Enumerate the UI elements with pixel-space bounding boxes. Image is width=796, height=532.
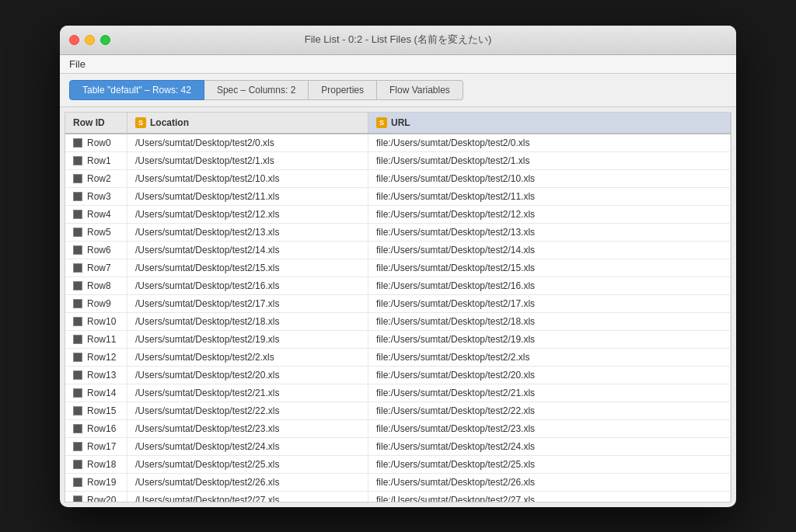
cell-row-id: Row0 xyxy=(65,134,127,151)
row-color-box xyxy=(73,370,82,380)
traffic-lights xyxy=(69,35,110,45)
cell-location: /Users/sumtat/Desktop/test2/11.xls xyxy=(127,188,368,205)
row-color-box xyxy=(73,388,82,398)
row-color-box xyxy=(73,335,82,344)
table-row[interactable]: Row11/Users/sumtat/Desktop/test2/19.xlsf… xyxy=(65,331,731,349)
table-row[interactable]: Row16/Users/sumtat/Desktop/test2/23.xlsf… xyxy=(65,420,731,438)
cell-url: file:/Users/sumtat/Desktop/test2/27.xls xyxy=(368,492,731,502)
table-row[interactable]: Row0/Users/sumtat/Desktop/test2/0.xlsfil… xyxy=(65,134,731,152)
table-row[interactable]: Row7/Users/sumtat/Desktop/test2/15.xlsfi… xyxy=(65,259,731,277)
row-color-box xyxy=(73,299,82,308)
row-color-box xyxy=(73,192,82,201)
cell-row-id: Row12 xyxy=(65,349,127,366)
row-color-box xyxy=(73,478,82,487)
table-row[interactable]: Row18/Users/sumtat/Desktop/test2/25.xlsf… xyxy=(65,456,731,474)
cell-location: /Users/sumtat/Desktop/test2/15.xls xyxy=(127,259,368,276)
tab-spec[interactable]: Spec – Columns: 2 xyxy=(204,80,309,100)
cell-row-id: Row15 xyxy=(65,402,127,419)
tab-flow-variables[interactable]: Flow Variables xyxy=(377,80,463,100)
tab-properties[interactable]: Properties xyxy=(309,80,377,100)
cell-row-id: Row18 xyxy=(65,456,127,473)
cell-location: /Users/sumtat/Desktop/test2/19.xls xyxy=(127,331,368,348)
cell-row-id: Row8 xyxy=(65,277,127,294)
row-color-box xyxy=(73,317,82,326)
row-color-box xyxy=(73,228,82,237)
row-color-box xyxy=(73,210,82,219)
cell-row-id: Row13 xyxy=(65,367,127,384)
cell-row-id: Row14 xyxy=(65,384,127,402)
table-row[interactable]: Row17/Users/sumtat/Desktop/test2/24.xlsf… xyxy=(65,438,731,456)
cell-row-id: Row17 xyxy=(65,438,127,455)
table-row[interactable]: Row19/Users/sumtat/Desktop/test2/26.xlsf… xyxy=(65,474,731,492)
row-color-box xyxy=(73,353,82,362)
table-row[interactable]: Row6/Users/sumtat/Desktop/test2/14.xlsfi… xyxy=(65,242,731,259)
row-color-box xyxy=(73,156,82,165)
file-menu[interactable]: File xyxy=(69,58,86,70)
cell-url: file:/Users/sumtat/Desktop/test2/15.xls xyxy=(368,259,731,276)
menu-bar: File xyxy=(60,55,736,74)
cell-url: file:/Users/sumtat/Desktop/test2/17.xls xyxy=(368,295,731,312)
cell-url: file:/Users/sumtat/Desktop/test2/14.xls xyxy=(368,242,731,259)
table-row[interactable]: Row8/Users/sumtat/Desktop/test2/16.xlsfi… xyxy=(65,277,731,295)
table-row[interactable]: Row12/Users/sumtat/Desktop/test2/2.xlsfi… xyxy=(65,349,731,367)
cell-location: /Users/sumtat/Desktop/test2/20.xls xyxy=(127,367,368,384)
row-color-box xyxy=(73,281,82,290)
cell-row-id: Row10 xyxy=(65,313,127,330)
cell-location: /Users/sumtat/Desktop/test2/0.xls xyxy=(127,134,368,151)
table-row[interactable]: Row9/Users/sumtat/Desktop/test2/17.xlsfi… xyxy=(65,295,731,313)
cell-row-id: Row1 xyxy=(65,152,127,169)
table-row[interactable]: Row10/Users/sumtat/Desktop/test2/18.xlsf… xyxy=(65,313,731,331)
row-color-box xyxy=(73,424,82,433)
cell-location: /Users/sumtat/Desktop/test2/13.xls xyxy=(127,224,368,241)
cell-location: /Users/sumtat/Desktop/test2/21.xls xyxy=(127,384,368,402)
cell-row-id: Row4 xyxy=(65,206,127,223)
cell-url: file:/Users/sumtat/Desktop/test2/10.xls xyxy=(368,170,731,187)
table-row[interactable]: Row1/Users/sumtat/Desktop/test2/1.xlsfil… xyxy=(65,152,731,170)
row-color-box xyxy=(73,442,82,451)
cell-url: file:/Users/sumtat/Desktop/test2/23.xls xyxy=(368,420,731,437)
row-color-box xyxy=(73,174,82,183)
tab-table[interactable]: Table "default" – Rows: 42 xyxy=(69,80,204,100)
cell-url: file:/Users/sumtat/Desktop/test2/1.xls xyxy=(368,152,731,169)
cell-url: file:/Users/sumtat/Desktop/test2/21.xls xyxy=(368,384,731,402)
cell-url: file:/Users/sumtat/Desktop/test2/25.xls xyxy=(368,456,731,473)
row-color-box xyxy=(73,495,82,502)
table-row[interactable]: Row4/Users/sumtat/Desktop/test2/12.xlsfi… xyxy=(65,206,731,224)
cell-url: file:/Users/sumtat/Desktop/test2/0.xls xyxy=(368,134,731,151)
cell-url: file:/Users/sumtat/Desktop/test2/22.xls xyxy=(368,402,731,419)
table-row[interactable]: Row20/Users/sumtat/Desktop/test2/27.xlsf… xyxy=(65,492,731,502)
data-table: Row ID S Location S URL Row0/Users/sumta… xyxy=(65,112,731,502)
maximize-button[interactable] xyxy=(100,35,110,45)
cell-row-id: Row2 xyxy=(65,170,127,187)
window-title: File List - 0:2 - List Files (名前を変えたい) xyxy=(305,33,492,47)
cell-location: /Users/sumtat/Desktop/test2/1.xls xyxy=(127,152,368,169)
cell-location: /Users/sumtat/Desktop/test2/27.xls xyxy=(127,492,368,502)
url-type-icon: S xyxy=(376,117,387,128)
row-color-box xyxy=(73,406,82,416)
cell-location: /Users/sumtat/Desktop/test2/12.xls xyxy=(127,206,368,223)
table-row[interactable]: Row2/Users/sumtat/Desktop/test2/10.xlsfi… xyxy=(65,170,731,188)
table-row[interactable]: Row14/Users/sumtat/Desktop/test2/21.xlsf… xyxy=(65,384,731,402)
cell-url: file:/Users/sumtat/Desktop/test2/16.xls xyxy=(368,277,731,294)
cell-location: /Users/sumtat/Desktop/test2/16.xls xyxy=(127,277,368,294)
cell-location: /Users/sumtat/Desktop/test2/25.xls xyxy=(127,456,368,473)
table-row[interactable]: Row5/Users/sumtat/Desktop/test2/13.xlsfi… xyxy=(65,224,731,242)
table-row[interactable]: Row3/Users/sumtat/Desktop/test2/11.xlsfi… xyxy=(65,188,731,206)
cell-location: /Users/sumtat/Desktop/test2/10.xls xyxy=(127,170,368,187)
row-color-box xyxy=(73,138,82,148)
cell-location: /Users/sumtat/Desktop/test2/24.xls xyxy=(127,438,368,455)
row-color-box xyxy=(73,245,82,255)
table-row[interactable]: Row15/Users/sumtat/Desktop/test2/22.xlsf… xyxy=(65,402,731,420)
cell-url: file:/Users/sumtat/Desktop/test2/13.xls xyxy=(368,224,731,241)
table-body[interactable]: Row0/Users/sumtat/Desktop/test2/0.xlsfil… xyxy=(65,134,731,502)
table-row[interactable]: Row13/Users/sumtat/Desktop/test2/20.xlsf… xyxy=(65,367,731,384)
cell-url: file:/Users/sumtat/Desktop/test2/20.xls xyxy=(368,367,731,384)
cell-location: /Users/sumtat/Desktop/test2/14.xls xyxy=(127,242,368,259)
cell-url: file:/Users/sumtat/Desktop/test2/2.xls xyxy=(368,349,731,366)
close-button[interactable] xyxy=(69,35,79,45)
minimize-button[interactable] xyxy=(85,35,95,45)
cell-row-id: Row19 xyxy=(65,474,127,491)
table-header: Row ID S Location S URL xyxy=(65,113,731,134)
cell-url: file:/Users/sumtat/Desktop/test2/12.xls xyxy=(368,206,731,223)
cell-row-id: Row20 xyxy=(65,492,127,502)
